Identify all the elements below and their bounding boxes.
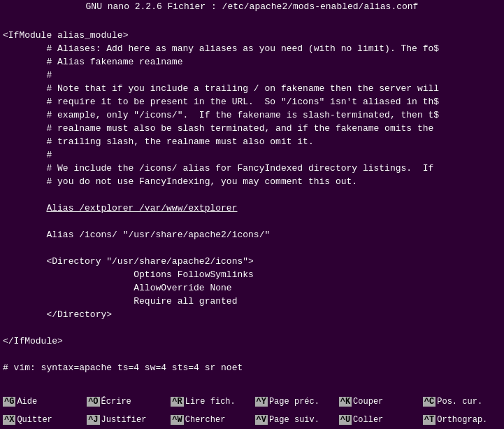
editor-line: </IfModule> [0, 335, 504, 349]
footer-item[interactable]: ^GAide [0, 397, 84, 407]
editor-line [0, 189, 504, 202]
editor-line [0, 242, 504, 255]
footer-item[interactable]: ^KCouper [336, 397, 420, 407]
footer-item[interactable]: ^UColler [336, 415, 420, 425]
footer-label: Justifier [101, 415, 147, 425]
editor-line: <Directory "/usr/share/apache2/icons"> [0, 255, 504, 269]
editor-line: <IfModule alias_module> [0, 29, 504, 43]
editor-line: Alias /icons/ "/usr/share/apache2/icons/… [0, 229, 504, 242]
editor-line: # Alias fakename realname [0, 56, 504, 69]
footer-label: Aide [17, 397, 37, 407]
editor-line [0, 349, 504, 362]
footer-row-1: ^GAide^OÉcrire^RLire fich.^YPage préc.^K… [0, 393, 504, 411]
footer-label: Pos. cur. [437, 397, 482, 407]
title-bar: GNU nano 2.2.6 Fichier : /etc/apache2/mo… [0, 0, 504, 13]
footer-key: ^J [87, 415, 99, 425]
footer-key: ^C [423, 397, 435, 407]
footer-label: Coller [353, 415, 383, 425]
footer-item[interactable]: ^JJustifier [84, 415, 168, 425]
footer-label: Page préc. [269, 397, 319, 407]
editor-line: # vim: syntax=apache ts=4 sw=4 sts=4 sr … [0, 362, 504, 375]
editor-line: # you do not use FancyIndexing, you may … [0, 176, 504, 189]
footer-key: ^Y [255, 397, 268, 407]
editor-line: AllowOverride None [0, 282, 504, 295]
footer-key: ^G [3, 397, 15, 407]
editor-line: # [0, 149, 504, 162]
footer-item[interactable]: ^XQuitter [0, 415, 84, 425]
footer-item[interactable]: ^RLire fich. [168, 397, 252, 407]
editor-line: </Directory> [0, 309, 504, 322]
footer: ^GAide^OÉcrire^RLire fich.^YPage préc.^K… [0, 393, 504, 429]
footer-key: ^W [171, 415, 183, 425]
editor-line: # trailing slash, the realname must also… [0, 136, 504, 149]
footer-item[interactable]: ^VPage suiv. [252, 415, 336, 425]
editor-line: # require it to be present in the URL. S… [0, 96, 504, 109]
footer-item[interactable]: ^OÉcrire [84, 397, 168, 407]
header-text: GNU nano 2.2.6 Fichier : /etc/apache2/mo… [86, 1, 419, 12]
footer-item[interactable]: ^CPos. cur. [420, 397, 504, 407]
editor-line: Alias /extplorer /var/www/extplorer [0, 202, 504, 216]
editor-line: # example, only "/icons/". If the fakena… [0, 109, 504, 122]
footer-label: Chercher [185, 415, 226, 425]
editor-line [0, 216, 504, 229]
footer-key: ^R [171, 397, 183, 407]
footer-row-2: ^XQuitter^JJustifier^WChercher^VPage sui… [0, 411, 504, 429]
footer-key: ^V [255, 415, 268, 425]
footer-label: Orthograp. [437, 415, 487, 425]
footer-label: Couper [353, 397, 383, 407]
editor-line: # Aliases: Add here as many aliases as y… [0, 43, 504, 56]
footer-item[interactable]: ^WChercher [168, 415, 252, 425]
editor-line: # We include the /icons/ alias for Fancy… [0, 162, 504, 176]
editor-line: Require all granted [0, 295, 504, 309]
footer-label: Page suiv. [269, 415, 319, 425]
editor-line [0, 322, 504, 335]
editor-line: # Note that if you include a trailing / … [0, 83, 504, 96]
footer-item[interactable]: ^YPage préc. [252, 397, 336, 407]
footer-key: ^X [3, 415, 15, 425]
footer-item[interactable]: ^TOrthograp. [420, 415, 504, 425]
editor-line: Options FollowSymlinks [0, 269, 504, 282]
editor-line: # realname must also be slash terminated… [0, 122, 504, 136]
footer-label: Quitter [17, 415, 52, 425]
footer-key: ^T [423, 415, 435, 425]
footer-key: ^K [339, 397, 352, 407]
footer-key: ^U [339, 415, 352, 425]
footer-label: Lire fich. [185, 397, 236, 407]
editor-area[interactable]: <IfModule alias_module> # Aliases: Add h… [0, 13, 504, 385]
footer-key: ^O [87, 397, 99, 407]
footer-label: Écrire [101, 397, 131, 407]
editor-line: # [0, 69, 504, 83]
